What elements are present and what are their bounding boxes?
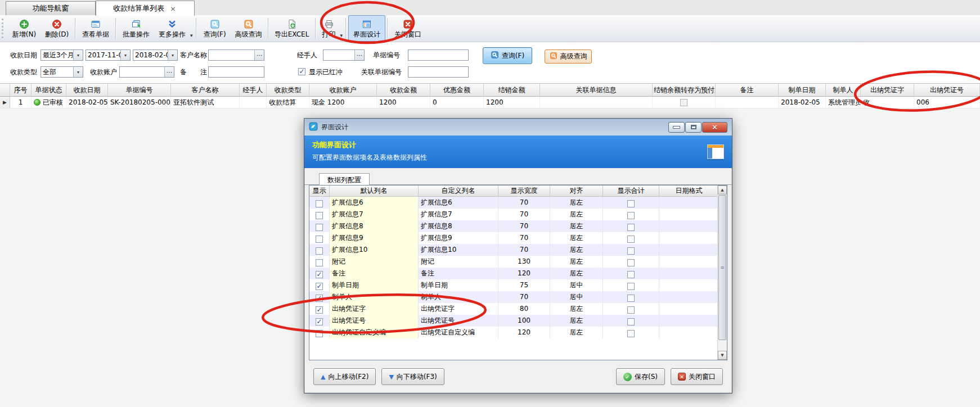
cell-date-format[interactable] [659, 209, 718, 220]
cell-width[interactable]: 75 [498, 279, 550, 291]
cell-width[interactable]: 100 [498, 315, 550, 327]
cell-align[interactable]: 居左 [550, 220, 603, 232]
tab-close-icon[interactable]: × [169, 4, 177, 13]
handler-input[interactable] [323, 50, 354, 60]
adv-query-button-toolbar[interactable]: 高级查询 [231, 15, 266, 42]
grid-col-handler[interactable]: 经手人 [240, 84, 267, 96]
dialog-table-row[interactable]: 扩展信息6 扩展信息6 70 居左 [309, 197, 718, 209]
cell-custom-name[interactable]: 备注 [419, 268, 498, 279]
show-reversed-checkbox[interactable] [298, 68, 305, 75]
tab-receipt-settlement-list[interactable]: 收款结算单列表 × [96, 1, 195, 16]
row-sum-checkbox[interactable] [627, 283, 635, 290]
dialog-maximize-button[interactable] [685, 122, 702, 133]
row-sum-checkbox[interactable] [627, 318, 635, 325]
cell-align[interactable]: 居左 [550, 268, 603, 279]
table-row[interactable]: ▶ 1 已审核 2018-02-05 SK-20180205-00001 亚拓软… [0, 97, 980, 108]
grid-col-discount[interactable]: 优惠金额 [430, 84, 484, 96]
row-visible-checkbox[interactable] [316, 283, 323, 290]
payment-account-lookup-icon[interactable]: ··· [164, 67, 174, 77]
row-sum-checkbox[interactable] [627, 271, 635, 278]
date-from-select[interactable]: 2017-11-05 ▾ [86, 49, 131, 61]
payment-type-select[interactable]: 全部 ▾ [41, 66, 83, 78]
row-visible-checkbox[interactable] [316, 236, 323, 243]
scrollbar-thumb[interactable]: ≡ [718, 195, 726, 340]
dialog-table-row[interactable]: 扩展信息8 扩展信息8 70 居左 [309, 220, 718, 232]
cell-custom-name[interactable]: 出纳凭证字 [419, 303, 498, 315]
grid-col-to-prepay[interactable]: 结销余额转存为预付款 [653, 84, 716, 96]
cell-date-format[interactable] [659, 232, 718, 244]
more-ops-button[interactable]: 更多操作 [154, 15, 190, 42]
dialog-close-button[interactable]: ✕ [702, 122, 727, 133]
row-sum-checkbox[interactable] [627, 306, 635, 314]
save-button[interactable]: ✓ 保存(S) [616, 368, 665, 385]
grid-col-creator[interactable]: 制单人 [826, 84, 861, 96]
cell-date-format[interactable] [659, 256, 718, 268]
cell-custom-name[interactable]: 制单日期 [419, 279, 498, 291]
customer-lookup-icon[interactable]: ··· [254, 50, 264, 60]
dialog-table-row[interactable]: 制单人 制单人 70 居中 [309, 291, 718, 303]
dialog-table-row[interactable]: 出纳凭证号 出纳凭证号 100 居左 [309, 315, 718, 327]
cell-align[interactable]: 居左 [550, 197, 603, 209]
dialog-table-row[interactable]: 扩展信息7 扩展信息7 70 居左 [309, 209, 718, 220]
dialog-close-window-button[interactable]: ✕ 关闭窗口 [671, 368, 723, 385]
cell-custom-name[interactable]: 扩展信息10 [419, 244, 498, 256]
row-sum-checkbox[interactable] [627, 200, 635, 207]
grid-col-settled[interactable]: 结销金额 [484, 84, 540, 96]
cell-width[interactable]: 70 [498, 220, 550, 232]
cell-align[interactable]: 居左 [550, 327, 603, 338]
query-button[interactable]: 查询(F) [483, 47, 532, 64]
close-window-button[interactable]: 关闭窗口 [390, 15, 426, 42]
cell-custom-name[interactable]: 出纳凭证号 [419, 315, 498, 327]
cell-width[interactable]: 70 [498, 291, 550, 303]
row-visible-checkbox[interactable] [316, 306, 323, 314]
remark-input[interactable] [209, 67, 264, 77]
row-sum-checkbox[interactable] [627, 295, 635, 302]
delete-button[interactable]: 删除(D) [41, 15, 73, 42]
grid-col-doc-no[interactable]: 单据编号 [108, 84, 171, 96]
grid-col-create-date[interactable]: 制单日期 [779, 84, 826, 96]
related-doc-input[interactable] [408, 67, 468, 77]
cell-align[interactable]: 居左 [550, 232, 603, 244]
col-custom-name[interactable]: 自定义列名 [419, 186, 498, 196]
add-button[interactable]: 新增(N) [8, 15, 41, 42]
row-sum-checkbox[interactable] [627, 224, 635, 231]
chevron-down-icon[interactable]: ▾ [73, 67, 83, 77]
handler-lookup-icon[interactable]: ··· [354, 50, 364, 60]
col-default-name[interactable]: 默认列名 [330, 186, 419, 196]
cell-custom-name[interactable]: 扩展信息6 [419, 197, 498, 209]
col-show-sum[interactable]: 显示合计 [603, 186, 659, 196]
row-visible-checkbox[interactable] [316, 224, 323, 231]
cell-width[interactable]: 120 [498, 327, 550, 338]
adv-query-button[interactable]: 高级查询 [545, 49, 592, 64]
scroll-up-icon[interactable]: ▲ [718, 186, 727, 195]
col-date-format[interactable]: 日期格式 [659, 186, 718, 196]
dialog-table-row[interactable]: 附记 附记 130 居左 [309, 256, 718, 268]
move-up-button[interactable]: ▲ 向上移动(F2) [313, 368, 376, 385]
print-dropdown-caret-icon[interactable]: ▾ [340, 15, 344, 42]
cell-align[interactable]: 居左 [550, 256, 603, 268]
row-visible-checkbox[interactable] [316, 330, 323, 337]
cell-width[interactable]: 130 [498, 256, 550, 268]
row-visible-checkbox[interactable] [316, 318, 323, 325]
to-prepay-checkbox[interactable] [680, 99, 687, 106]
row-visible-checkbox[interactable] [316, 295, 323, 302]
cell-custom-name[interactable]: 扩展信息8 [419, 220, 498, 232]
batch-ops-button[interactable]: 批量操作 [118, 15, 154, 42]
row-visible-checkbox[interactable] [316, 200, 323, 207]
tab-function-nav[interactable]: 功能导航窗 [6, 1, 96, 15]
cell-date-format[interactable] [659, 327, 718, 338]
cell-custom-name[interactable]: 附记 [419, 256, 498, 268]
cell-align[interactable]: 居中 [550, 291, 603, 303]
doc-no-input[interactable] [408, 50, 468, 60]
payment-account-input[interactable] [120, 67, 164, 77]
grid-col-type[interactable]: 收款类型 [267, 84, 309, 96]
chevron-down-icon[interactable]: ▾ [120, 50, 130, 60]
view-doc-button[interactable]: 查看单据 [78, 15, 114, 42]
grid-col-voucher-word[interactable]: 出纳凭证字 [861, 84, 914, 96]
dialog-table-row[interactable]: 扩展信息9 扩展信息9 70 居左 [309, 232, 718, 244]
grid-col-customer[interactable]: 客户名称 [171, 84, 240, 96]
row-visible-checkbox[interactable] [316, 271, 323, 278]
col-width[interactable]: 显示宽度 [498, 186, 550, 196]
cell-width[interactable]: 70 [498, 232, 550, 244]
cell-date-format[interactable] [659, 291, 718, 303]
